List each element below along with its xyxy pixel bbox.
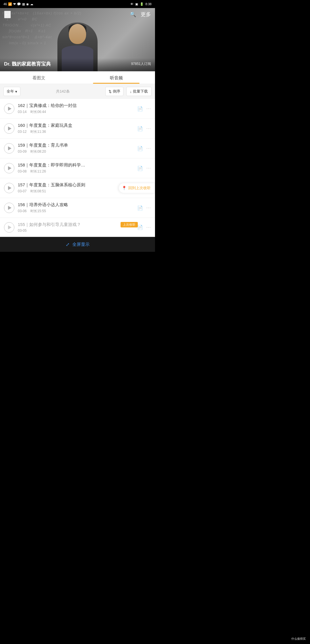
episode-title: 162｜宝典修成：给你的一封信 xyxy=(18,103,135,108)
episode-duration: 时长08:51 xyxy=(30,189,46,193)
more-button[interactable]: 更多 xyxy=(141,11,151,18)
episode-item: 160｜年度复盘：家庭玩具盒 03-12 时长11:36 📄 ··· xyxy=(0,119,155,139)
document-icon[interactable]: 📄 xyxy=(137,205,143,211)
app-icon-1: ▦ xyxy=(22,2,25,6)
message-icon: 💬 xyxy=(17,2,21,6)
download-icon: ↓ xyxy=(130,89,132,94)
play-button[interactable] xyxy=(4,183,14,193)
search-icon[interactable]: 🔍 xyxy=(130,11,136,18)
play-button[interactable] xyxy=(4,103,14,114)
episode-title: 160｜年度复盘：家庭玩具盒 xyxy=(18,123,135,128)
episode-actions: 📄 ··· xyxy=(137,225,151,230)
wifi-icon: 📶 xyxy=(8,2,12,6)
episode-item: 159｜年度复盘：育儿书单 03-09 时长08:20 📄 ··· xyxy=(0,139,155,158)
fullscreen-label[interactable]: 全屏显示 xyxy=(72,242,90,247)
more-options-icon[interactable]: ··· xyxy=(146,146,151,151)
subscriber-count: 97851人订阅 xyxy=(131,62,151,66)
return-to-last-button[interactable]: 📍 回到上次收听 xyxy=(119,183,155,193)
more-options-icon[interactable]: ··· xyxy=(146,205,151,210)
cover-top-bar: ← 🔍 更多 xyxy=(0,8,155,21)
episode-meta: 03-09 时长08:20 xyxy=(18,149,135,154)
filter-bar: 全年 ▾ 共142条 ⇅ 倒序 ↓ 批量下载 xyxy=(0,84,155,99)
batch-download-button[interactable]: ↓ 批量下载 xyxy=(126,87,152,96)
episode-info: 155｜如何参与和引导儿童游戏？ 03-05 xyxy=(18,222,135,233)
play-triangle-icon xyxy=(8,206,11,210)
tabs-bar: 看图文 听音频 xyxy=(0,71,155,84)
episode-duration: 时长08:20 xyxy=(30,150,46,154)
last-listen-badge: 上次收听 xyxy=(121,222,138,227)
episode-actions: 📄 ··· xyxy=(137,146,151,151)
more-options-icon[interactable]: ··· xyxy=(146,166,151,171)
episode-meta: 03-05 xyxy=(18,229,135,233)
tab-audio[interactable]: 听音频 xyxy=(78,71,155,84)
episode-item: 156｜培养外语小达人攻略 03-06 时长15:55 📄 ··· xyxy=(0,198,155,218)
chevron-down-icon: ▾ xyxy=(15,89,17,94)
episode-actions: 📄 ··· xyxy=(137,126,151,131)
year-label: 全年 xyxy=(7,89,14,94)
episode-info: 156｜培养外语小达人攻略 03-06 时长15:55 xyxy=(18,202,135,214)
cover-actions: 🔍 更多 xyxy=(130,11,151,18)
episode-date: 03-06 xyxy=(18,209,27,213)
episode-duration: 时长15:55 xyxy=(30,209,46,213)
episode-actions: 📄 ··· xyxy=(137,166,151,171)
channel-title: Dr. 魏的家庭教育宝典 xyxy=(4,61,51,67)
back-button[interactable]: ← xyxy=(4,11,11,18)
document-icon[interactable]: 📄 xyxy=(137,225,143,230)
episode-meta: 03-14 时长06:44 xyxy=(18,110,135,114)
year-filter-button[interactable]: 全年 ▾ xyxy=(3,87,20,96)
episode-date: 03-07 xyxy=(18,189,27,193)
app-icon-3: ☁ xyxy=(30,2,33,6)
document-icon[interactable]: 📄 xyxy=(137,146,143,151)
episode-item: 158｜年度复盘：即学即用的科学… 03-08 时长11:26 📄 ··· xyxy=(0,158,155,178)
episode-actions: 📄 ··· xyxy=(137,205,151,211)
episode-meta: 03-07 时长08:51 xyxy=(18,189,135,194)
cover-area: f(x)=ax²+bx+c (16ax+bx) f(cos ax + b/2) … xyxy=(0,8,155,71)
bottom-bar: ⤢ 全屏显示 xyxy=(0,237,155,252)
episode-meta: 03-12 时长11:36 xyxy=(18,129,135,134)
sim-icon: ▣ xyxy=(135,2,138,6)
play-triangle-icon xyxy=(8,107,11,111)
episode-count: 共142条 xyxy=(23,89,102,94)
play-button[interactable] xyxy=(4,222,14,233)
status-bar: 46 📶 ❤ 💬 ▦ ◉ ☁ 👁 ▣ 🔋 8:38 xyxy=(0,0,155,8)
episode-title: 156｜培养外语小达人攻略 xyxy=(18,202,135,208)
play-button[interactable] xyxy=(4,123,14,134)
document-icon[interactable]: 📄 xyxy=(137,106,143,112)
document-icon[interactable]: 📄 xyxy=(137,166,143,171)
episode-duration: 时长06:44 xyxy=(30,110,46,114)
episode-item: 155｜如何参与和引导儿童游戏？ 03-05 📄 ··· 上次收听 xyxy=(0,218,155,237)
episode-date: 03-05 xyxy=(18,229,27,233)
more-options-icon[interactable]: ··· xyxy=(146,106,151,111)
episode-title: 157｜年度复盘：五脑体系核心原则 xyxy=(18,182,135,188)
episode-title: 155｜如何参与和引导儿童游戏？ xyxy=(18,222,135,227)
more-options-icon[interactable]: ··· xyxy=(146,225,151,230)
more-options-icon[interactable]: ··· xyxy=(146,126,151,131)
tab-text[interactable]: 看图文 xyxy=(0,71,78,84)
location-pin-icon: 📍 xyxy=(122,186,127,190)
play-button[interactable] xyxy=(4,163,14,173)
episode-title: 158｜年度复盘：即学即用的科学… xyxy=(18,162,135,168)
order-label: 倒序 xyxy=(113,89,120,94)
play-button[interactable] xyxy=(4,143,14,154)
fullscreen-icon: ⤢ xyxy=(66,242,69,247)
play-triangle-icon xyxy=(8,146,11,150)
document-icon[interactable]: 📄 xyxy=(137,126,143,131)
episode-title: 159｜年度复盘：育儿书单 xyxy=(18,143,135,148)
episode-date: 03-08 xyxy=(18,169,27,173)
order-button[interactable]: ⇅ 倒序 xyxy=(105,87,123,96)
download-label: 批量下载 xyxy=(133,89,148,94)
episode-date: 03-09 xyxy=(18,150,27,154)
clock: 8:38 xyxy=(146,2,152,6)
cover-bottom-bar: Dr. 魏的家庭教育宝典 97851人订阅 xyxy=(0,58,155,71)
signal-strength: 46 xyxy=(3,2,7,6)
episode-meta: 03-08 时长11:26 xyxy=(18,169,135,174)
episode-date: 03-12 xyxy=(18,130,27,134)
episode-actions: 📄 ··· xyxy=(137,106,151,112)
status-right: 👁 ▣ 🔋 8:38 xyxy=(130,2,152,6)
episode-info: 162｜宝典修成：给你的一封信 03-14 时长06:44 xyxy=(18,103,135,114)
play-button[interactable] xyxy=(4,203,14,213)
episode-info: 157｜年度复盘：五脑体系核心原则 03-07 时长08:51 xyxy=(18,182,135,194)
episode-item: 162｜宝典修成：给你的一封信 03-14 时长06:44 📄 ··· xyxy=(0,99,155,119)
episode-meta: 03-06 时长15:55 xyxy=(18,209,135,214)
play-triangle-icon xyxy=(8,225,11,229)
